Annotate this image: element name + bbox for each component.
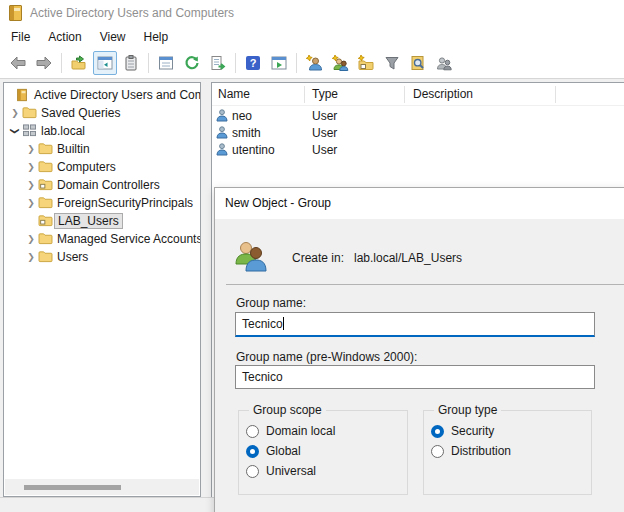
export-list-icon (209, 54, 227, 72)
tree-item-label: ForeignSecurityPrincipals (54, 195, 196, 211)
back-icon (9, 54, 27, 72)
menubar: File Action View Help (0, 26, 624, 48)
forward-icon (35, 54, 53, 72)
list-row-smith[interactable]: smith User (212, 124, 624, 141)
cell-type: User (312, 143, 337, 157)
folder-icon (38, 232, 54, 246)
column-header-type[interactable]: Type (312, 83, 338, 105)
show-console-tree-icon (96, 54, 114, 72)
refresh-button[interactable] (180, 51, 204, 75)
folder-icon (38, 250, 54, 264)
radio-universal[interactable]: Universal (246, 463, 316, 479)
properties-button[interactable] (154, 51, 178, 75)
chevron-right-icon[interactable]: ❯ (8, 108, 22, 118)
menu-view[interactable]: View (91, 26, 135, 48)
domain-icon (22, 124, 38, 138)
properties-icon (157, 54, 175, 72)
new-object-group-dialog: New Object - Group Create in: lab.local/… (214, 187, 624, 512)
tree-item-label: Users (54, 249, 91, 265)
export-list-button[interactable] (206, 51, 230, 75)
radio-domain-local[interactable]: Domain local (246, 423, 335, 439)
menu-action[interactable]: Action (39, 26, 90, 48)
group-name-input[interactable]: Tecnico (235, 312, 595, 337)
radio-distribution[interactable]: Distribution (431, 443, 511, 459)
radio-unchecked-icon[interactable] (431, 445, 444, 458)
tree-item-managed-service-accounts[interactable]: ❯ Managed Service Accounts (4, 230, 201, 248)
new-group-button[interactable] (328, 51, 352, 75)
tree-item-saved-queries[interactable]: ❯ Saved Queries (4, 104, 201, 122)
tree-item-label: Domain Controllers (54, 177, 163, 193)
user-icon (216, 126, 228, 142)
chevron-right-icon[interactable]: ❯ (24, 198, 38, 208)
cell-type: User (312, 126, 337, 140)
create-in-value: lab.local/LAB_Users (354, 251, 462, 265)
column-header-description[interactable]: Description (413, 83, 473, 105)
cell-name: utentino (232, 143, 275, 157)
help-icon: ? (244, 54, 262, 72)
clipboard-icon (122, 54, 140, 72)
radio-security[interactable]: Security (431, 423, 494, 439)
chevron-right-icon[interactable]: ❯ (24, 252, 38, 262)
folder-icon (38, 142, 54, 156)
find-button[interactable] (406, 51, 430, 75)
tree-item-builtin[interactable]: ❯ Builtin (4, 140, 201, 158)
show-console-tree-button[interactable] (93, 51, 117, 75)
column-header-name[interactable]: Name (218, 83, 250, 105)
list-row-utentino[interactable]: utentino User (212, 141, 624, 158)
user-icon (216, 143, 228, 159)
horizontal-scrollbar[interactable] (5, 479, 199, 495)
pre-windows-2000-input[interactable]: Tecnico (235, 365, 595, 389)
dialog-title: New Object - Group (225, 188, 331, 219)
app-console-icon (9, 5, 22, 21)
chevron-right-icon[interactable]: ❯ (24, 162, 38, 172)
pre-windows-2000-label: Group name (pre-Windows 2000): (236, 350, 417, 364)
tree-item-domain-controllers[interactable]: ❯ Domain Controllers (4, 176, 201, 194)
chevron-right-icon[interactable]: ❯ (24, 144, 38, 154)
dialog-titlebar[interactable]: New Object - Group (215, 188, 624, 219)
filter-button[interactable] (380, 51, 404, 75)
radio-checked-icon[interactable] (431, 425, 444, 438)
tree-item-lab-local[interactable]: ❯ lab.local (4, 122, 201, 140)
list-row-neo[interactable]: neo User (212, 107, 624, 124)
tree-item-users[interactable]: ❯ Users (4, 248, 201, 266)
column-separator[interactable] (304, 86, 305, 103)
group-type-legend: Group type (434, 403, 501, 417)
column-separator[interactable] (404, 86, 405, 103)
list-header: Name Type Description (212, 83, 624, 106)
tree-item-lab-users[interactable]: ❯ LAB_Users (4, 212, 201, 230)
new-organizational-unit-button[interactable] (354, 51, 378, 75)
scrollbar-thumb[interactable] (24, 485, 121, 490)
set-permissions-button[interactable] (432, 51, 456, 75)
chevron-right-icon[interactable]: ❯ (24, 180, 38, 190)
group-type-fieldset: Group type Security Distribution (423, 410, 592, 495)
new-user-button[interactable] (302, 51, 326, 75)
toolbar-separator (61, 53, 62, 73)
tree-item-root[interactable]: Active Directory Users and Computers (4, 86, 201, 104)
chevron-down-icon[interactable]: ❯ (10, 124, 20, 138)
toolbar-separator (296, 53, 297, 73)
tree-item-computers[interactable]: ❯ Computers (4, 158, 201, 176)
new-organizational-unit-icon (357, 54, 375, 72)
radio-unchecked-icon[interactable] (246, 465, 259, 478)
back-button[interactable] (6, 51, 30, 75)
svg-text:?: ? (250, 57, 257, 69)
titlebar: Active Directory Users and Computers (0, 0, 624, 26)
clipboard-button[interactable] (119, 51, 143, 75)
forward-button[interactable] (32, 51, 56, 75)
new-window-button[interactable] (267, 51, 291, 75)
up-one-level-button[interactable] (67, 51, 91, 75)
menu-help[interactable]: Help (135, 26, 178, 48)
menu-file[interactable]: File (2, 26, 39, 48)
help-button[interactable]: ? (241, 51, 265, 75)
set-permissions-icon (435, 54, 453, 72)
group-people-icon (233, 240, 269, 277)
column-separator[interactable] (555, 86, 556, 103)
tree-item-label: Builtin (54, 141, 93, 157)
tree-item-foreignsecurityprincipals[interactable]: ❯ ForeignSecurityPrincipals (4, 194, 201, 212)
radio-global[interactable]: Global (246, 443, 301, 459)
console-tree-panel: Active Directory Users and Computers ❯ S… (3, 82, 201, 497)
radio-checked-icon[interactable] (246, 445, 259, 458)
group-scope-legend: Group scope (249, 403, 326, 417)
chevron-right-icon[interactable]: ❯ (24, 234, 38, 244)
radio-unchecked-icon[interactable] (246, 425, 259, 438)
